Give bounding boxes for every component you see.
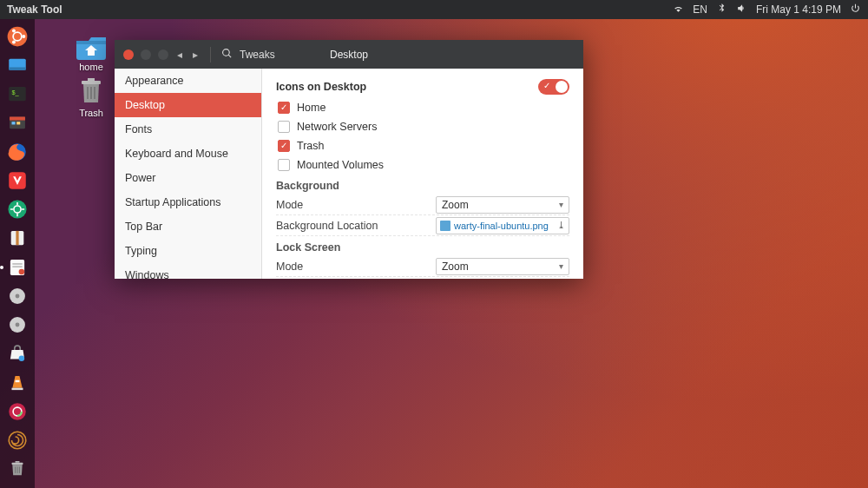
svg-point-4: [12, 40, 16, 43]
section-background-title: Background: [276, 180, 569, 192]
desktop-icon-home-label: home: [65, 62, 117, 72]
checkbox-label: Network Servers: [297, 121, 377, 133]
settings-content: Icons on Desktop ✓ HomeNetwork ServersTr…: [262, 69, 583, 279]
bg-mode-select[interactable]: Zoom ▾: [436, 196, 569, 214]
launcher-files-icon[interactable]: [4, 111, 30, 135]
image-file-icon: [440, 221, 450, 231]
sidebar-item-keyboard-and-mouse[interactable]: Keyboard and Mouse: [115, 142, 261, 166]
launcher-ubuntu-icon[interactable]: [4, 24, 30, 48]
sidebar-item-desktop[interactable]: Desktop: [115, 93, 261, 117]
launcher-trash-icon[interactable]: [4, 458, 30, 481]
launcher-vivaldi-icon[interactable]: [4, 168, 30, 192]
bg-location-label: Background Location: [276, 220, 378, 232]
lock-mode-label: Mode: [276, 260, 303, 273]
svg-point-30: [9, 403, 26, 420]
svg-rect-12: [16, 122, 20, 125]
sidebar-item-appearance[interactable]: Appearance: [115, 69, 261, 93]
svg-point-3: [12, 29, 16, 32]
svg-rect-33: [12, 463, 23, 465]
svg-rect-29: [12, 387, 23, 389]
launcher-archive-icon[interactable]: [4, 227, 30, 250]
launcher-editor-icon[interactable]: [4, 255, 30, 279]
svg-point-22: [19, 268, 25, 274]
window-close-button[interactable]: [123, 49, 134, 60]
checkbox-box: [278, 121, 290, 133]
checkbox-trash[interactable]: Trash: [276, 136, 569, 155]
checkbox-label: Trash: [297, 140, 325, 152]
chevron-down-icon: ▾: [559, 200, 563, 209]
lock-mode-select[interactable]: Zoom ▾: [436, 258, 569, 275]
launcher-disks-icon[interactable]: [4, 284, 30, 307]
bg-location-chooser[interactable]: warty-final-ubuntu.png ⤓: [436, 217, 569, 234]
window-minimize-button[interactable]: [141, 49, 151, 60]
checkbox-box: [278, 102, 290, 114]
nav-back-icon[interactable]: ◂: [175, 49, 184, 61]
checkbox-label: Mounted Volumes: [297, 159, 384, 171]
svg-rect-20: [12, 263, 22, 265]
desktop-icon-trash[interactable]: Trash: [65, 76, 117, 118]
sidebar-item-fonts[interactable]: Fonts: [115, 117, 261, 142]
volume-icon[interactable]: [736, 3, 747, 16]
svg-point-26: [16, 323, 20, 327]
launcher-dock: $_: [0, 19, 35, 488]
svg-point-2: [22, 35, 25, 38]
search-icon[interactable]: [221, 48, 233, 62]
checkbox-box: [278, 140, 290, 152]
checkbox-box: [278, 159, 290, 171]
launcher-vlc-icon[interactable]: [4, 371, 30, 394]
chevron-down-icon: ▾: [559, 261, 563, 271]
power-icon[interactable]: [850, 3, 861, 16]
checkbox-mounted-volumes[interactable]: Mounted Volumes: [276, 155, 569, 175]
bluetooth-icon[interactable]: [716, 3, 727, 16]
bg-mode-value: Zoom: [442, 199, 469, 211]
bg-mode-label: Mode: [276, 199, 303, 211]
window-maximize-button[interactable]: [158, 49, 168, 60]
wifi-icon[interactable]: [673, 3, 684, 16]
header-app-name: Tweaks: [240, 49, 275, 61]
system-tray: EN Fri May 1 4:19 PM: [673, 3, 861, 16]
upload-icon: ⤓: [557, 220, 565, 231]
desktop-icon-trash-label: Trash: [65, 108, 117, 118]
launcher-terminal-icon[interactable]: $_: [4, 82, 30, 106]
svg-rect-34: [16, 461, 20, 463]
clock[interactable]: Fri May 1 4:19 PM: [756, 3, 841, 16]
settings-sidebar: AppearanceDesktopFontsKeyboard and Mouse…: [115, 69, 262, 279]
sidebar-item-top-bar[interactable]: Top Bar: [115, 214, 261, 239]
svg-rect-10: [10, 117, 25, 121]
checkbox-home[interactable]: Home: [276, 98, 569, 117]
section-icons-title: Icons on Desktop: [276, 81, 366, 93]
sidebar-item-typing[interactable]: Typing: [115, 239, 261, 263]
desktop-icon-home[interactable]: home: [65, 30, 117, 72]
lock-mode-value: Zoom: [442, 260, 469, 273]
top-bar: Tweak Tool EN Fri May 1 4:19 PM: [0, 0, 868, 19]
nav-forward-icon[interactable]: ▸: [191, 49, 200, 61]
window-header[interactable]: ◂ ▸ Tweaks Desktop: [115, 40, 583, 69]
svg-rect-18: [16, 231, 18, 245]
checkbox-network-servers[interactable]: Network Servers: [276, 117, 569, 136]
svg-rect-36: [88, 78, 95, 81]
lang-indicator[interactable]: EN: [693, 3, 707, 16]
svg-text:$_: $_: [12, 89, 20, 96]
svg-point-27: [19, 356, 25, 362]
section-lockscreen-title: Lock Screen: [276, 241, 569, 254]
svg-rect-21: [12, 266, 22, 267]
launcher-desktop-icon[interactable]: [4, 53, 30, 76]
topbar-app-title: Tweak Tool: [7, 3, 62, 16]
svg-rect-35: [82, 81, 101, 84]
sidebar-item-power[interactable]: Power: [115, 166, 261, 190]
launcher-firefox-icon[interactable]: [4, 140, 30, 163]
checkbox-label: Home: [297, 102, 326, 114]
launcher-disks2-icon[interactable]: [4, 313, 30, 337]
launcher-spiral-icon[interactable]: [4, 429, 30, 452]
header-separator: [210, 47, 211, 63]
icons-on-desktop-toggle[interactable]: ✓: [538, 79, 569, 95]
launcher-help-icon[interactable]: [4, 399, 30, 423]
svg-rect-11: [12, 122, 16, 125]
svg-point-24: [16, 293, 20, 298]
sidebar-item-startup-applications[interactable]: Startup Applications: [115, 190, 261, 214]
tweaks-window: ◂ ▸ Tweaks Desktop AppearanceDesktopFont…: [115, 40, 583, 279]
sidebar-item-windows[interactable]: Windows: [115, 263, 261, 279]
svg-rect-6: [9, 67, 26, 69]
launcher-software-icon[interactable]: [4, 342, 30, 366]
launcher-settings-icon[interactable]: [4, 198, 30, 221]
